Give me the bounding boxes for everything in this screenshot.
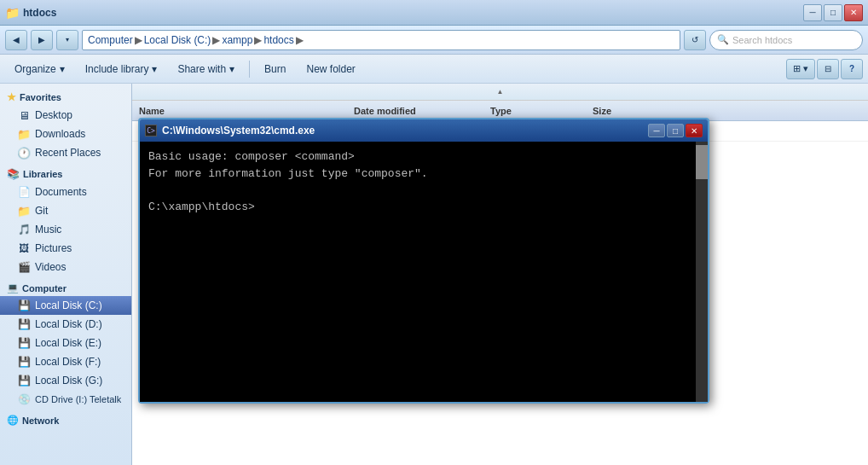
organize-label: Organize — [14, 63, 56, 75]
cmd-title-text: C:\Windows\System32\cmd.exe — [162, 125, 315, 137]
downloads-icon: 📁 — [17, 127, 31, 141]
cmd-scrollbar-thumb[interactable] — [696, 145, 708, 179]
computer-header: 💻 Computer — [0, 280, 131, 296]
window-title: htdocs — [23, 7, 56, 19]
burn-label: Burn — [264, 63, 286, 75]
recent-button[interactable]: ▾ — [56, 30, 78, 50]
recent-places-label: Recent Places — [35, 147, 101, 159]
desktop-icon: 🖥 — [17, 108, 31, 122]
cmd-app-icon: C> — [145, 125, 157, 137]
back-button[interactable]: ◀ — [5, 30, 27, 50]
cmd-controls: ─ □ ✕ — [648, 124, 703, 137]
libraries-icon: 📚 — [7, 168, 20, 180]
include-library-button[interactable]: Include library ▾ — [76, 58, 167, 80]
share-with-dropdown-icon: ▾ — [229, 63, 234, 75]
pictures-label: Pictures — [35, 242, 72, 254]
libraries-section: 📚 Libraries 📄 Documents 📁 Git 🎵 Music 🖼 … — [0, 166, 131, 276]
computer-icon: 💻 — [7, 282, 19, 294]
new-folder-button[interactable]: New folder — [297, 58, 364, 80]
search-icon: 🔍 — [717, 34, 729, 45]
cmd-maximize-button[interactable]: □ — [667, 124, 684, 137]
search-location-button[interactable]: ↺ — [684, 30, 706, 50]
breadcrumb-computer[interactable]: Computer — [88, 34, 133, 46]
favorites-label: Favorites — [20, 92, 61, 102]
column-size[interactable]: Size — [593, 106, 661, 116]
burn-button[interactable]: Burn — [255, 58, 295, 80]
documents-label: Documents — [35, 186, 87, 198]
minimize-button[interactable]: ─ — [803, 4, 822, 21]
close-button[interactable]: ✕ — [844, 4, 863, 21]
cmd-body[interactable]: Basic usage: composer <command> For more… — [140, 142, 708, 402]
cmd-window[interactable]: C> C:\Windows\System32\cmd.exe ─ □ ✕ Bas… — [138, 118, 709, 404]
folder-icon: 📁 — [5, 6, 20, 20]
cmd-title-left: C> C:\Windows\System32\cmd.exe — [145, 125, 315, 137]
search-bar[interactable]: 🔍 Search htdocs — [709, 30, 863, 50]
git-icon: 📁 — [17, 204, 31, 218]
breadcrumb-xampp[interactable]: xampp — [222, 34, 252, 46]
sidebar-item-local-disk-f[interactable]: 💾 Local Disk (F:) — [0, 352, 131, 371]
column-name[interactable]: Name — [132, 106, 354, 116]
local-disk-d-icon: 💾 — [17, 317, 31, 331]
column-date-modified[interactable]: Date modified — [354, 106, 490, 116]
cmd-scrollbar[interactable] — [696, 142, 708, 402]
sidebar-item-cd-drive[interactable]: 💿 CD Drive (I:) Teletalk — [0, 390, 131, 409]
breadcrumb-bar[interactable]: Computer ▶ Local Disk (C:) ▶ xampp ▶ htd… — [82, 30, 680, 50]
sidebar-item-music[interactable]: 🎵 Music — [0, 220, 131, 239]
help-button[interactable]: ? — [841, 59, 863, 79]
sidebar-item-local-disk-e[interactable]: 💾 Local Disk (E:) — [0, 334, 131, 352]
local-disk-g-label: Local Disk (G:) — [35, 375, 102, 387]
column-type[interactable]: Type — [490, 106, 593, 116]
address-bar: ◀ ▶ ▾ Computer ▶ Local Disk (C:) ▶ xampp… — [0, 26, 868, 55]
sidebar-item-local-disk-c[interactable]: 💾 Local Disk (C:) — [0, 296, 131, 315]
title-bar-controls: ─ □ ✕ — [803, 4, 863, 21]
local-disk-e-label: Local Disk (E:) — [35, 337, 101, 349]
view-icons: ⊞ ▾ ⊟ ? — [786, 59, 863, 79]
sidebar-item-documents[interactable]: 📄 Documents — [0, 183, 131, 201]
videos-icon: 🎬 — [17, 260, 31, 274]
cmd-close-button[interactable]: ✕ — [686, 124, 703, 137]
cmd-line-1: Basic usage: composer <command> — [148, 148, 699, 166]
local-disk-c-icon: 💾 — [17, 299, 31, 312]
scroll-up-indicator[interactable]: ▲ — [132, 84, 868, 101]
toolbar: Organize ▾ Include library ▾ Share with … — [0, 55, 868, 84]
local-disk-e-icon: 💾 — [17, 336, 31, 350]
breadcrumb-htdocs[interactable]: htdocs — [263, 34, 293, 46]
computer-section: 💻 Computer 💾 Local Disk (C:) 💾 Local Dis… — [0, 280, 131, 409]
share-with-button[interactable]: Share with ▾ — [168, 58, 244, 80]
sidebar-item-local-disk-g[interactable]: 💾 Local Disk (G:) — [0, 371, 131, 390]
preview-pane-button[interactable]: ⊟ — [817, 59, 839, 79]
sidebar: ★ Favorites 🖥 Desktop 📁 Downloads 🕐 Rece… — [0, 84, 132, 465]
desktop-label: Desktop — [35, 109, 72, 121]
toolbar-separator — [249, 61, 250, 78]
sidebar-item-local-disk-d[interactable]: 💾 Local Disk (D:) — [0, 315, 131, 334]
include-library-label: Include library — [85, 63, 149, 75]
sidebar-item-git[interactable]: 📁 Git — [0, 201, 131, 220]
cmd-line-2: For more information just type "composer… — [148, 166, 699, 183]
organize-dropdown-icon: ▾ — [60, 63, 65, 75]
forward-button[interactable]: ▶ — [31, 30, 53, 50]
sidebar-item-recent-places[interactable]: 🕐 Recent Places — [0, 143, 131, 162]
sidebar-item-pictures[interactable]: 🖼 Pictures — [0, 239, 131, 258]
network-label: Network — [22, 416, 59, 426]
cmd-minimize-button[interactable]: ─ — [648, 124, 665, 137]
share-with-label: Share with — [177, 63, 226, 75]
cd-drive-icon: 💿 — [17, 392, 31, 406]
view-toggle-button[interactable]: ⊞ ▾ — [786, 59, 815, 79]
sidebar-item-desktop[interactable]: 🖥 Desktop — [0, 106, 131, 125]
network-section: 🌐 Network — [0, 412, 131, 428]
local-disk-g-icon: 💾 — [17, 374, 31, 387]
network-header: 🌐 Network — [0, 412, 131, 428]
organize-button[interactable]: Organize ▾ — [5, 58, 74, 80]
title-bar-left: 📁 htdocs — [5, 6, 56, 20]
search-placeholder: Search htdocs — [732, 35, 792, 45]
new-folder-label: New folder — [306, 63, 355, 75]
favorites-icon: ★ — [7, 91, 16, 103]
breadcrumb-c-drive[interactable]: Local Disk (C:) — [144, 34, 211, 46]
sidebar-item-downloads[interactable]: 📁 Downloads — [0, 125, 131, 143]
maximize-button[interactable]: □ — [824, 4, 842, 21]
sidebar-item-videos[interactable]: 🎬 Videos — [0, 258, 131, 276]
network-icon: 🌐 — [7, 415, 19, 426]
downloads-label: Downloads — [35, 128, 85, 140]
videos-label: Videos — [35, 261, 66, 273]
pictures-icon: 🖼 — [17, 241, 31, 255]
